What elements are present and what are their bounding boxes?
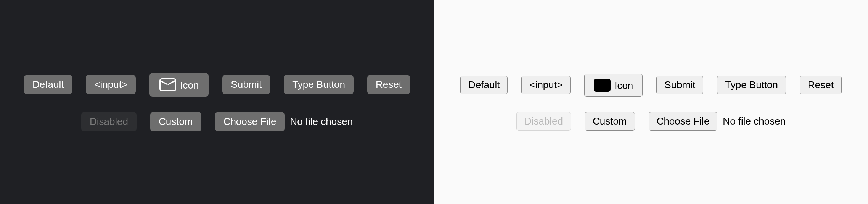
light-row-1: Default Icon Submit Type Button Reset — [460, 74, 842, 97]
input-button[interactable] — [521, 76, 571, 94]
file-status-text: No file chosen — [290, 116, 353, 128]
choose-file-button[interactable]: Choose File — [215, 112, 285, 131]
envelope-icon — [594, 79, 611, 92]
icon-button[interactable]: Icon — [149, 73, 209, 97]
disabled-button: Disabled — [81, 112, 137, 131]
reset-button[interactable]: Reset — [367, 75, 410, 94]
submit-button[interactable]: Submit — [656, 76, 703, 94]
reset-button[interactable]: Reset — [800, 76, 842, 94]
default-button[interactable]: Default — [460, 76, 508, 94]
default-button[interactable]: Default — [24, 75, 72, 94]
file-input[interactable]: Choose File No file chosen — [649, 112, 786, 131]
icon-button-label: Icon — [180, 79, 199, 91]
dark-row-2: Disabled Custom Choose File No file chos… — [81, 112, 353, 131]
dark-row-1: Default Icon Submit Type Button Reset — [24, 73, 410, 97]
type-button[interactable]: Type Button — [717, 76, 786, 94]
disabled-button: Disabled — [516, 112, 571, 131]
light-theme-panel: Default Icon Submit Type Button Reset Di… — [434, 0, 868, 204]
type-button[interactable]: Type Button — [284, 75, 354, 94]
submit-button[interactable]: Submit — [222, 75, 270, 94]
icon-button[interactable]: Icon — [584, 74, 643, 97]
light-row-2: Disabled Custom Choose File No file chos… — [516, 112, 786, 131]
custom-button[interactable]: Custom — [585, 112, 635, 131]
custom-button[interactable]: Custom — [150, 112, 201, 131]
file-input[interactable]: Choose File No file chosen — [215, 112, 353, 131]
choose-file-button[interactable]: Choose File — [649, 112, 718, 131]
icon-button-label: Icon — [614, 80, 633, 92]
file-status-text: No file chosen — [723, 115, 786, 127]
envelope-icon — [159, 78, 176, 91]
input-button[interactable] — [86, 75, 136, 94]
dark-theme-panel: Default Icon Submit Type Button Reset Di… — [0, 0, 434, 204]
